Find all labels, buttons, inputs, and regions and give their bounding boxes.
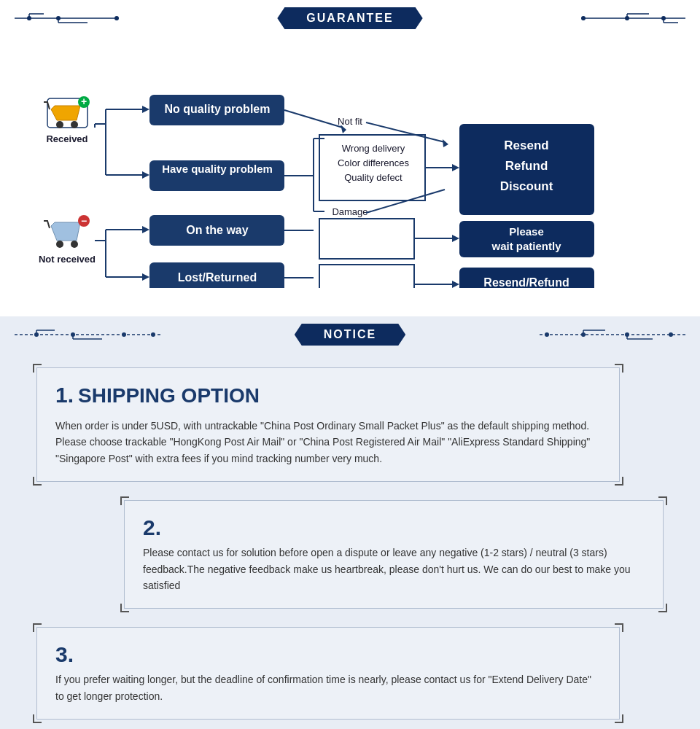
svg-line-40: [366, 122, 445, 142]
notice-2-text: Please contact us for solution before op…: [143, 545, 645, 593]
circuit-right-icon: [554, 12, 685, 24]
svg-text:−: −: [81, 215, 87, 227]
svg-rect-62: [319, 219, 414, 259]
not-received-label: Not received: [39, 254, 96, 265]
svg-point-18: [71, 121, 78, 128]
corner-br-icon: [615, 477, 623, 486]
corner-tl-icon-3: [33, 623, 42, 632]
notice-2-number: 2.: [143, 515, 161, 539]
quality-defect-label: Quality defect: [344, 172, 402, 183]
svg-marker-55: [142, 226, 149, 233]
guarantee-section: GUARANTEE +: [0, 0, 700, 316]
notice-3-text: If you prefer waiting longer, but the de…: [55, 671, 601, 704]
svg-point-17: [56, 121, 63, 128]
notice-1-text: When order is under 5USD, with untrackab…: [55, 418, 601, 467]
notice-title: NOTICE: [295, 324, 405, 346]
damage-label: Damage: [332, 206, 368, 217]
discount-btn[interactable]: Discount: [500, 179, 553, 193]
on-the-way-btn[interactable]: On the way: [186, 224, 248, 236]
svg-marker-67: [452, 281, 459, 288]
wrong-delivery-label: Wrong delivery: [342, 143, 405, 154]
svg-marker-41: [443, 139, 448, 147]
corner-bl-icon: [33, 477, 42, 486]
guarantee-title: GUARANTEE: [277, 7, 422, 29]
svg-point-78: [122, 332, 126, 337]
refund-btn[interactable]: Refund: [505, 159, 548, 173]
please-wait-btn[interactable]: Please: [509, 225, 544, 238]
color-diff-label: Color differences: [338, 157, 410, 168]
notice-content: 1. SHIPPING OPTION When order is under 5…: [15, 360, 685, 727]
guarantee-header: GUARANTEE: [15, 7, 685, 29]
notice-circuit-left-icon: [15, 329, 175, 340]
svg-point-81: [545, 332, 549, 337]
notice-1-number: 1.: [55, 383, 74, 408]
svg-point-9: [581, 16, 586, 20]
received-label: Received: [46, 133, 88, 144]
guarantee-diagram-svg: + Received No quality problem Have quali…: [36, 55, 693, 288]
svg-point-46: [56, 241, 63, 248]
corner-tl-icon-2: [120, 496, 129, 505]
corner-br-icon-3: [615, 714, 623, 723]
have-quality-btn[interactable]: Have quality problem: [162, 163, 273, 175]
svg-marker-57: [142, 273, 149, 281]
resend-refund-btn[interactable]: Resend/Refund: [483, 276, 569, 288]
notice-box-3: 3. If you prefer waiting longer, but the…: [36, 627, 620, 720]
flow-diagram: + Received No quality problem Have quali…: [15, 44, 685, 302]
notice-box-1: 1. SHIPPING OPTION When order is under 5…: [36, 367, 620, 482]
not-fit-label: Not fit: [338, 116, 362, 127]
notice-box-2: 2. Please contact us for solution before…: [124, 500, 664, 609]
svg-point-47: [71, 241, 78, 248]
svg-marker-27: [142, 106, 149, 113]
svg-rect-63: [319, 265, 414, 288]
notice-3-number: 3.: [55, 642, 74, 666]
corner-br-icon-2: [658, 604, 667, 612]
svg-point-88: [669, 332, 673, 337]
svg-line-32: [284, 110, 343, 128]
notice-section: NOTICE 1.: [0, 316, 700, 729]
circuit-left-icon: [15, 12, 146, 24]
svg-point-7: [114, 16, 119, 20]
corner-tr-icon-2: [658, 496, 667, 505]
notice-header: NOTICE: [15, 324, 685, 346]
notice-circuit-right-icon: [525, 329, 685, 340]
svg-text:+: +: [81, 95, 87, 107]
svg-marker-29: [142, 171, 149, 179]
no-quality-btn[interactable]: No quality problem: [165, 103, 271, 115]
svg-marker-65: [452, 235, 459, 242]
corner-tr-icon-3: [615, 623, 623, 632]
lost-returned-btn[interactable]: Lost/Returned: [178, 271, 257, 284]
svg-marker-43: [452, 164, 459, 171]
resend-btn[interactable]: Resend: [504, 139, 548, 152]
corner-bl-icon-3: [33, 714, 42, 723]
notice-1-title: SHIPPING OPTION: [78, 384, 260, 408]
svg-point-79: [151, 332, 155, 337]
corner-tl-icon: [33, 364, 42, 373]
corner-tr-icon: [615, 364, 623, 373]
svg-text:wait patiently: wait patiently: [491, 240, 561, 252]
corner-bl-icon-2: [120, 604, 129, 612]
